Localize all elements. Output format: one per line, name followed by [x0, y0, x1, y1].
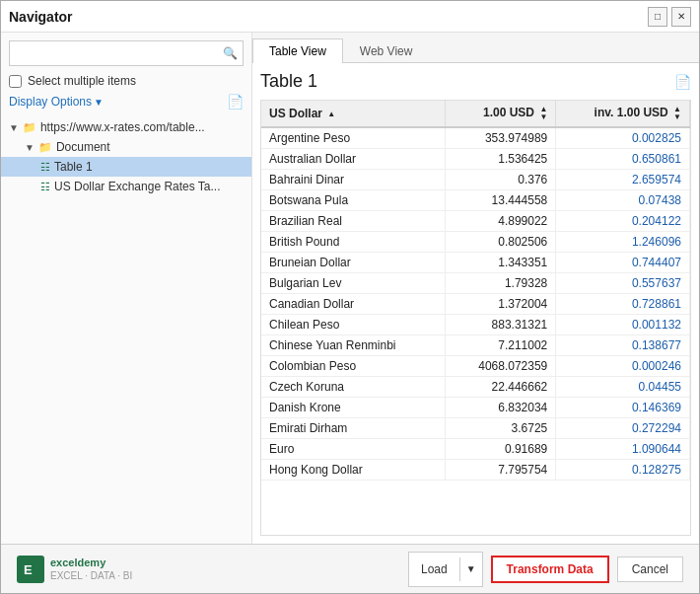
- cancel-button[interactable]: Cancel: [617, 557, 683, 582]
- cell-currency: Canadian Dollar: [261, 294, 446, 315]
- tree-item-table1[interactable]: ☷ Table 1: [1, 157, 251, 177]
- cell-inv-usd: 0.146369: [556, 398, 690, 418]
- cell-currency: Euro: [261, 439, 446, 460]
- cell-currency: Brazilian Real: [261, 211, 446, 232]
- close-button[interactable]: ✕: [671, 7, 691, 27]
- tab-web-view[interactable]: Web View: [343, 38, 430, 63]
- col-currency[interactable]: US Dollar ▲: [261, 101, 446, 127]
- load-button[interactable]: Load: [409, 557, 460, 581]
- cell-currency: Bruneian Dollar: [261, 253, 446, 273]
- select-multiple-label: Select multiple items: [28, 74, 136, 88]
- data-table-wrapper[interactable]: US Dollar ▲ 1.00 USD ▲▼ inv. 1.00 USD ▲▼: [260, 100, 691, 536]
- cell-usd: 353.974989: [446, 127, 556, 149]
- table-row: Argentine Peso353.9749890.002825: [261, 127, 690, 149]
- table-export-icon[interactable]: 📄: [674, 74, 691, 90]
- footer-logo-icon: E: [17, 556, 44, 583]
- display-options-icon-right: 📄: [227, 94, 244, 110]
- col-usd[interactable]: 1.00 USD ▲▼: [446, 101, 556, 127]
- select-multiple-row: Select multiple items: [1, 74, 251, 94]
- window-title: Navigator: [9, 9, 73, 25]
- select-multiple-checkbox[interactable]: [9, 75, 22, 88]
- cell-usd: 1.79328: [446, 273, 556, 294]
- display-options-arrow: ▼: [94, 97, 104, 108]
- table-row: Brazilian Real4.8990220.204122: [261, 211, 690, 232]
- table-row: Botswana Pula13.4445580.07438: [261, 190, 690, 211]
- cell-currency: Hong Kong Dollar: [261, 460, 446, 481]
- tree-item-root[interactable]: ▼ 📁 https://www.x-rates.com/table...: [1, 117, 251, 137]
- transform-data-button[interactable]: Transform Data: [491, 556, 609, 583]
- tree-item-document[interactable]: ▼ 📁 Document: [1, 137, 251, 157]
- cell-inv-usd: 0.650861: [556, 149, 690, 170]
- cell-currency: Emirati Dirham: [261, 418, 446, 439]
- cell-usd: 7.211002: [446, 335, 556, 356]
- cell-usd: 1.343351: [446, 253, 556, 273]
- content-area: 🔍 Select multiple items Display Options …: [1, 33, 699, 544]
- tree-label-root: https://www.x-rates.com/table...: [40, 120, 205, 134]
- cell-usd: 1.372004: [446, 294, 556, 315]
- cell-usd: 883.31321: [446, 315, 556, 335]
- tab-table-view[interactable]: Table View: [252, 38, 343, 63]
- cell-currency: Bulgarian Lev: [261, 273, 446, 294]
- cell-usd: 0.376: [446, 170, 556, 190]
- footer: E exceldemy EXCEL · DATA · BI Load ▼ Tra…: [1, 544, 699, 593]
- load-button-group: Load ▼: [408, 552, 483, 587]
- title-bar-controls: □ ✕: [648, 7, 691, 27]
- cell-usd: 0.802506: [446, 232, 556, 253]
- cell-inv-usd: 0.04455: [556, 377, 690, 398]
- search-box: 🔍: [9, 40, 244, 66]
- table-row: Hong Kong Dollar7.7957540.128275: [261, 460, 690, 481]
- table-row: Chilean Peso883.313210.001132: [261, 315, 690, 335]
- display-options-label-text: Display Options: [9, 95, 92, 109]
- cell-currency: British Pound: [261, 232, 446, 253]
- search-icon[interactable]: 🔍: [217, 41, 243, 65]
- table-row: Colombian Peso4068.0723590.000246: [261, 356, 690, 377]
- cell-inv-usd: 0.128275: [556, 460, 690, 481]
- right-panel: Table View Web View Table 1 📄 US Dollar: [252, 33, 699, 544]
- tree-label-usdtable: US Dollar Exchange Rates Ta...: [54, 180, 221, 193]
- cell-inv-usd: 0.07438: [556, 190, 690, 211]
- cell-inv-usd: 0.204122: [556, 211, 690, 232]
- cell-currency: Australian Dollar: [261, 149, 446, 170]
- sort-arrows-currency: ▲: [327, 111, 335, 118]
- display-options-button[interactable]: Display Options ▼: [9, 95, 104, 109]
- cell-currency: Colombian Peso: [261, 356, 446, 377]
- excel-icon: E: [21, 559, 40, 579]
- table-title-row: Table 1 📄: [260, 71, 691, 92]
- tree-item-usdtable[interactable]: ☷ US Dollar Exchange Rates Ta...: [1, 177, 251, 196]
- table-header: US Dollar ▲ 1.00 USD ▲▼ inv. 1.00 USD ▲▼: [261, 101, 690, 127]
- cell-currency: Botswana Pula: [261, 190, 446, 211]
- table-row: Canadian Dollar1.3720040.728861: [261, 294, 690, 315]
- table-icon-usdtable: ☷: [40, 181, 50, 193]
- table-row: Australian Dollar1.5364250.650861: [261, 149, 690, 170]
- table-row: Euro0.916891.090644: [261, 439, 690, 460]
- cell-inv-usd: 0.138677: [556, 335, 690, 356]
- tabs-bar: Table View Web View: [252, 33, 699, 63]
- load-dropdown-arrow[interactable]: ▼: [460, 557, 482, 581]
- tree-label-table1: Table 1: [54, 160, 93, 174]
- cell-usd: 22.446662: [446, 377, 556, 398]
- cell-currency: Danish Krone: [261, 398, 446, 418]
- table-row: Emirati Dirham3.67250.272294: [261, 418, 690, 439]
- table-row: British Pound0.8025061.246096: [261, 232, 690, 253]
- cell-currency: Chilean Peso: [261, 315, 446, 335]
- cell-usd: 1.536425: [446, 149, 556, 170]
- table-row: Bruneian Dollar1.3433510.744407: [261, 253, 690, 273]
- table-row: Czech Koruna22.4466620.04455: [261, 377, 690, 398]
- minimize-button[interactable]: □: [648, 7, 667, 27]
- expand-icon-document: ▼: [25, 142, 35, 153]
- sort-arrows-usd: ▲▼: [539, 106, 547, 121]
- title-bar: Navigator □ ✕: [1, 1, 699, 33]
- search-input[interactable]: [10, 46, 217, 60]
- cell-inv-usd: 2.659574: [556, 170, 690, 190]
- footer-logo: E exceldemy EXCEL · DATA · BI: [17, 556, 132, 583]
- col-inv-usd[interactable]: inv. 1.00 USD ▲▼: [556, 101, 690, 127]
- cell-usd: 13.444558: [446, 190, 556, 211]
- cell-usd: 6.832034: [446, 398, 556, 418]
- cell-usd: 3.6725: [446, 418, 556, 439]
- table-body: Argentine Peso353.9749890.002825Australi…: [261, 127, 690, 481]
- cell-inv-usd: 0.557637: [556, 273, 690, 294]
- footer-buttons: Load ▼ Transform Data Cancel: [408, 552, 683, 587]
- cell-currency: Czech Koruna: [261, 377, 446, 398]
- table-container: Table 1 📄 US Dollar ▲ 1.00: [252, 63, 699, 544]
- cell-inv-usd: 0.002825: [556, 127, 690, 149]
